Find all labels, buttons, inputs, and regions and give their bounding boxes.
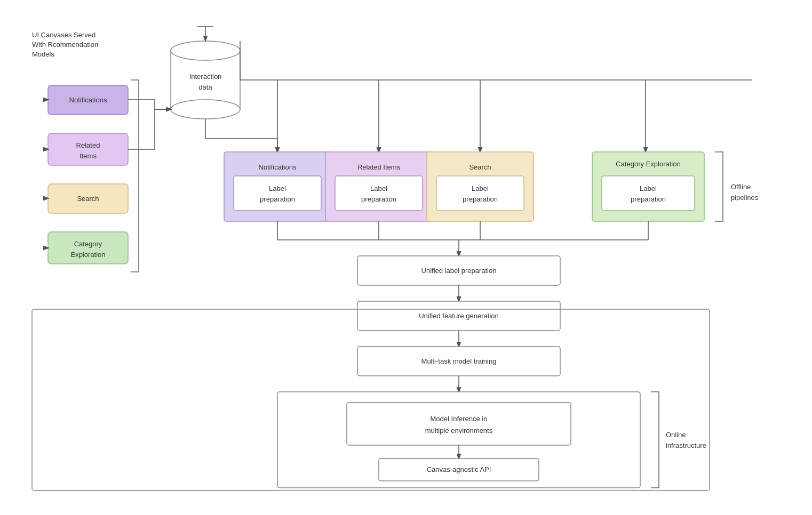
svg-point-5 bbox=[171, 100, 240, 119]
title-line1: UI Canvases Served bbox=[32, 31, 95, 39]
interaction-data-label2: data bbox=[198, 83, 212, 91]
notifications-pipeline-sub2: preparation bbox=[260, 195, 295, 203]
related-items-left bbox=[48, 133, 128, 165]
related-pipeline-label: Related Items bbox=[357, 163, 401, 171]
multitask-text: Multi-task model training bbox=[421, 357, 497, 365]
notifications-pipeline-sub1: Label bbox=[269, 184, 286, 192]
category-pipeline-sub2: preparation bbox=[631, 195, 666, 203]
category-pipeline-sub1: Label bbox=[640, 184, 657, 192]
model-inference-text1: Model Inference in bbox=[431, 415, 488, 423]
category-left-label1: Category bbox=[74, 240, 102, 248]
model-inference-text2: multiple environments bbox=[425, 427, 493, 434]
search-left-label: Search bbox=[77, 195, 99, 203]
model-inference-box bbox=[347, 403, 571, 445]
title-line3: Models bbox=[32, 50, 54, 58]
offline-label1: Offline bbox=[731, 183, 751, 191]
related-pipeline-sub2: preparation bbox=[361, 195, 396, 203]
online-label2: infrastructure bbox=[666, 441, 706, 449]
notifications-left-label: Notifications bbox=[69, 96, 107, 104]
notifications-pipeline-label: Notifications bbox=[259, 163, 297, 171]
canvas-api-text: Canvas-agnostic API bbox=[427, 465, 491, 473]
category-pipeline-label1: Category Exploration bbox=[616, 160, 680, 168]
unified-label-text: Unified label preparation bbox=[421, 267, 497, 275]
svg-point-4 bbox=[171, 41, 240, 60]
search-pipeline-sub1: Label bbox=[472, 184, 489, 192]
svg-rect-17 bbox=[436, 176, 524, 211]
svg-rect-15 bbox=[234, 176, 321, 211]
unified-feature-text: Unified feature generation bbox=[419, 312, 499, 320]
diagram-container: UI Canvases Served With Rcommendation Mo… bbox=[11, 11, 800, 501]
svg-rect-16 bbox=[335, 176, 423, 211]
search-pipeline-label: Search bbox=[469, 163, 491, 171]
related-items-left-label1: Related bbox=[76, 141, 100, 149]
title-line2: With Rcommendation bbox=[32, 41, 98, 49]
offline-label2: pipelines bbox=[731, 194, 759, 202]
svg-rect-18 bbox=[602, 176, 695, 211]
category-left bbox=[48, 232, 128, 264]
related-items-left-label2: Items bbox=[79, 152, 97, 160]
interaction-data-label1: Interaction bbox=[189, 73, 222, 81]
search-pipeline-sub2: preparation bbox=[463, 195, 498, 203]
online-label1: Online bbox=[666, 431, 686, 439]
category-left-label2: Exploration bbox=[70, 251, 105, 259]
related-pipeline-sub1: Label bbox=[370, 184, 387, 192]
